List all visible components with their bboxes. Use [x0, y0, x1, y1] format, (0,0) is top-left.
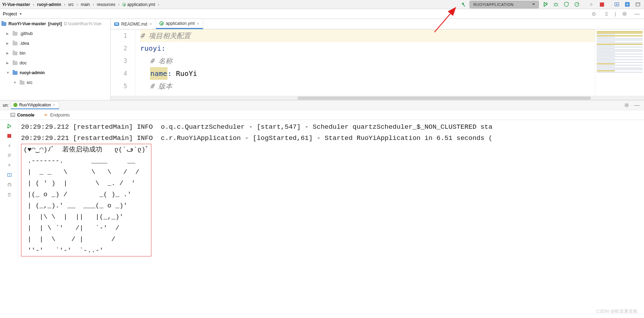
expand-icon[interactable]: ▶: [6, 32, 11, 35]
code-content[interactable]: # 项目相关配置 ruoyi: # 名称 name: RuoYi # 版本: [135, 29, 595, 96]
breadcrumb-item[interactable]: main: [81, 2, 90, 7]
up-icon[interactable]: [5, 161, 14, 169]
search-everywhere-icon[interactable]: [633, 1, 642, 8]
console-output[interactable]: 20:29:29.212 [restartedMain] INFO o.q.c.…: [19, 120, 644, 258]
folder-icon: [20, 81, 25, 85]
tree-label: doc: [20, 61, 27, 65]
run-tool-header: un: RuoYiApplication × —: [0, 100, 644, 110]
tree-item[interactable]: ▶ .github: [0, 29, 110, 38]
run-subtabs: Console Endpoints: [0, 110, 644, 120]
console-controls: [0, 120, 19, 258]
code-comment: # 名称: [150, 55, 172, 67]
breadcrumb-item[interactable]: ruoyi-admin: [37, 2, 61, 7]
rerun-icon[interactable]: [5, 122, 14, 130]
breadcrumb-item[interactable]: application.yml: [127, 2, 155, 7]
main-toolbar-buttons: RUOYIAPPLICATION G: [459, 1, 642, 8]
breadcrumb-item[interactable]: resources: [97, 2, 116, 7]
stop-icon[interactable]: [5, 132, 14, 140]
yaml-key: ruoyi: [140, 42, 161, 55]
editor-panel: MD README.md × application.yml × 1 2 3 4…: [111, 19, 644, 100]
chevron-down-icon[interactable]: ▼: [19, 12, 22, 16]
tree-label: src: [27, 80, 33, 85]
tree-item[interactable]: ▼ ruoyi-admin: [0, 68, 110, 78]
tree-label: .idea: [20, 41, 29, 46]
expand-icon[interactable]: ▶: [6, 51, 11, 55]
svg-rect-2: [600, 2, 604, 7]
code-minimap[interactable]: [595, 29, 644, 96]
expand-icon[interactable]: ▶: [6, 42, 11, 45]
tab-label: README.md: [121, 22, 147, 27]
code-comment: # 项目相关配置: [140, 29, 191, 42]
profile-icon[interactable]: [573, 1, 581, 8]
tree-path: D:\code\RuoYi-Vue-: [64, 21, 102, 26]
subtab-endpoints[interactable]: Endpoints: [43, 113, 70, 118]
code-with-me-icon[interactable]: G: [623, 1, 631, 8]
tree-root[interactable]: RuoYi-Vue-master [ruoyi] D:\code\RuoYi-V…: [0, 19, 110, 29]
close-icon[interactable]: ×: [149, 21, 152, 27]
code-comment: # 版本: [150, 80, 172, 92]
code-editor[interactable]: 1 2 3 4 5 # 项目相关配置 ruoyi: # 名称 name: Ruo…: [111, 29, 644, 96]
spring-boot-icon: [13, 103, 18, 107]
folder-icon: [13, 42, 18, 45]
delete-icon[interactable]: [5, 191, 14, 198]
debug-icon[interactable]: [551, 1, 560, 8]
run-icon[interactable]: [541, 1, 549, 8]
svg-point-10: [625, 104, 628, 106]
stop-icon[interactable]: [598, 1, 606, 8]
close-icon[interactable]: ×: [197, 21, 200, 26]
hide-icon[interactable]: —: [633, 101, 641, 109]
expand-icon[interactable]: ▶: [6, 61, 11, 65]
project-view-label[interactable]: Project: [3, 11, 17, 16]
svg-point-9: [623, 13, 625, 15]
collapse-icon[interactable]: ▼: [13, 81, 18, 84]
layout-icon[interactable]: [5, 171, 14, 179]
project-tree[interactable]: RuoYi-Vue-master [ruoyi] D:\code\RuoYi-V…: [0, 19, 111, 100]
vcs-update-icon[interactable]: [612, 1, 621, 8]
run-tool-window: un: RuoYiApplication × — Console Endpoin…: [0, 100, 644, 258]
svg-rect-15: [8, 183, 10, 184]
breadcrumb-item[interactable]: Yi-Vue-master: [2, 2, 30, 7]
yaml-file-icon: [159, 21, 164, 26]
chevron-right-icon: [75, 2, 79, 7]
coverage-icon[interactable]: [562, 1, 570, 8]
close-icon[interactable]: ×: [53, 103, 55, 107]
tree-item[interactable]: ▼ src: [0, 78, 110, 87]
scroll-to-end-icon[interactable]: [5, 151, 14, 159]
breadcrumbs: Yi-Vue-master ruoyi-admin src main resou…: [2, 2, 161, 7]
tab-readme[interactable]: MD README.md ×: [111, 19, 156, 29]
tree-item[interactable]: ▶ .idea: [0, 38, 110, 48]
hide-icon[interactable]: —: [633, 10, 641, 18]
tree-label: ruoyi-admin: [20, 70, 45, 75]
run-configuration-selector[interactable]: RUOYIAPPLICATION: [470, 1, 539, 8]
module-folder-icon: [13, 71, 18, 75]
breadcrumb-item[interactable]: src: [68, 2, 74, 7]
tree-label: bin: [20, 51, 26, 56]
select-opened-file-icon[interactable]: [590, 10, 598, 18]
folder-icon: [13, 61, 18, 65]
svg-rect-12: [7, 134, 11, 138]
chevron-right-icon: [117, 2, 121, 7]
folder-icon: [13, 32, 18, 36]
main-split: RuoYi-Vue-master [ruoyi] D:\code\RuoYi-V…: [0, 19, 644, 100]
expand-all-icon[interactable]: [602, 10, 611, 18]
editor-horizontal-scrollbar[interactable]: [111, 96, 644, 100]
highlighted-console-region: (♥◠‿◠)ﾉﾞ 若依启动成功 ლ(´ڡ`ლ)ﾞ .-------. ____ …: [21, 144, 151, 256]
tab-application-yml[interactable]: application.yml ×: [156, 19, 203, 29]
project-view-header: Project ▼ | —: [0, 9, 644, 19]
gear-icon[interactable]: [622, 101, 631, 109]
run-process-tab[interactable]: RuoYiApplication ×: [11, 101, 59, 109]
subtab-console[interactable]: Console: [11, 113, 34, 118]
svg-rect-6: [636, 3, 639, 6]
build-icon[interactable]: [459, 1, 467, 8]
svg-point-0: [554, 3, 557, 6]
scrollbar-thumb[interactable]: [297, 97, 591, 100]
svg-point-8: [593, 13, 594, 14]
soft-wrap-icon[interactable]: [5, 142, 14, 149]
tree-item[interactable]: ▶ doc: [0, 58, 110, 68]
gear-icon[interactable]: [620, 10, 629, 18]
svg-rect-11: [11, 113, 15, 117]
console-body: 20:29:29.212 [restartedMain] INFO o.q.c.…: [0, 120, 644, 258]
print-icon[interactable]: [5, 181, 14, 189]
collapse-icon[interactable]: ▼: [6, 71, 11, 75]
tree-item[interactable]: ▶ bin: [0, 48, 110, 58]
